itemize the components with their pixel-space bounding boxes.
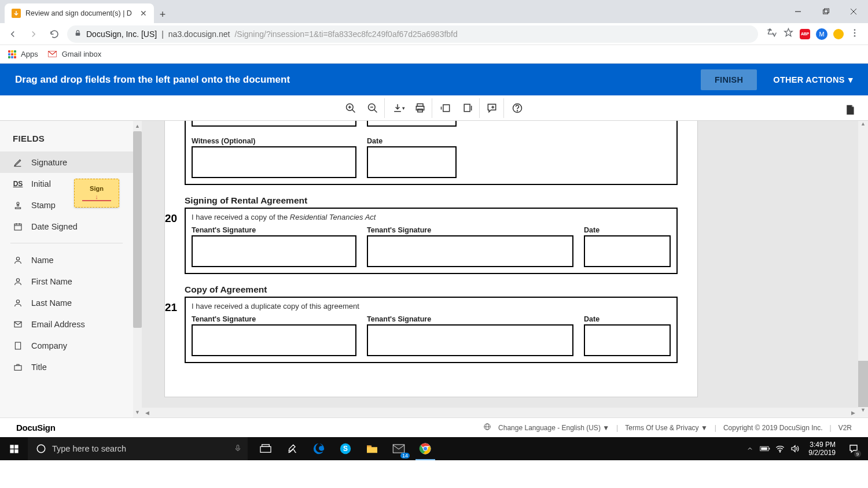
finish-button[interactable]: FINISH	[701, 69, 757, 90]
tenant-sig-box[interactable]	[367, 324, 573, 356]
date-label: Date	[584, 226, 671, 234]
field-date-signed[interactable]: Date Signed	[0, 216, 133, 237]
help-button[interactable]	[506, 98, 528, 118]
back-button[interactable]	[5, 26, 21, 42]
svg-point-32	[16, 278, 19, 281]
translate-icon[interactable]	[766, 27, 777, 40]
reload-button[interactable]	[46, 26, 62, 42]
scroll-left-icon[interactable]: ◀	[142, 410, 152, 416]
comment-button[interactable]	[482, 98, 504, 118]
field-label: Stamp	[31, 201, 56, 210]
calendar-icon	[13, 221, 23, 232]
url-host: na3.docusign.net	[168, 29, 230, 39]
download-button[interactable]: ▾	[387, 98, 409, 118]
close-tab-icon[interactable]: ✕	[140, 9, 147, 18]
action-center-icon[interactable]: 9	[843, 437, 865, 460]
person-icon	[13, 255, 23, 265]
abp-extension-icon[interactable]: ABP	[800, 29, 810, 39]
forward-button[interactable]	[25, 26, 42, 42]
ink-workspace-icon[interactable]	[279, 437, 306, 460]
scroll-up-icon[interactable]: ▲	[858, 121, 868, 131]
field-last-name[interactable]: Last Name	[0, 292, 133, 313]
field-company[interactable]: Company	[0, 335, 133, 356]
tenant-sig-box[interactable]	[192, 324, 356, 356]
field-email[interactable]: Email Address	[0, 313, 133, 335]
scroll-right-icon[interactable]: ▶	[848, 410, 858, 416]
tenant-sig-box[interactable]	[367, 235, 573, 267]
field-name[interactable]: Name	[0, 249, 133, 271]
left-scrollbar[interactable]: ▲ ▼	[133, 121, 142, 417]
taskbar-search[interactable]: Type here to search	[28, 437, 248, 460]
chrome-icon[interactable]	[412, 437, 439, 460]
scroll-thumb[interactable]	[133, 131, 142, 328]
date-box[interactable]	[367, 146, 457, 178]
fit-page-button[interactable]	[458, 98, 480, 118]
field-first-name[interactable]: First Name	[0, 271, 133, 292]
chrome-menu-icon[interactable]	[849, 28, 860, 40]
file-explorer-icon[interactable]	[359, 437, 385, 460]
extension-icon[interactable]	[833, 29, 844, 39]
person-icon	[13, 298, 23, 308]
date-box[interactable]	[584, 235, 671, 267]
svg-rect-20	[464, 104, 470, 112]
docusign-main-area: FIELDS Signature DSInitial Stamp Date Si…	[0, 121, 868, 417]
task-view-icon[interactable]	[252, 437, 279, 460]
section-21-title: Copy of Agreement	[185, 284, 678, 295]
battery-icon[interactable]	[759, 437, 771, 460]
tab-title: Review and sign document(s) | D	[25, 9, 132, 17]
document-canvas[interactable]: Witness (Optional) Date Signing of Renta…	[142, 121, 858, 417]
svg-rect-1	[823, 10, 828, 14]
profile-avatar[interactable]: M	[816, 28, 827, 40]
divider	[10, 243, 123, 243]
globe-icon	[483, 423, 491, 432]
stamp-icon	[13, 200, 23, 210]
scroll-up-icon[interactable]: ▲	[133, 121, 142, 131]
star-icon[interactable]	[783, 27, 794, 40]
zoom-out-button[interactable]	[363, 98, 385, 118]
browser-tab[interactable]: Review and sign document(s) | D ✕	[5, 3, 154, 23]
field-title[interactable]: Title	[0, 356, 133, 378]
browser-tabbar: Review and sign document(s) | D ✕ +	[0, 0, 868, 23]
horizontal-scrollbar[interactable]: ◀ ▶	[142, 408, 858, 417]
bookmark-apps[interactable]: Apps	[8, 50, 38, 58]
start-button[interactable]	[0, 437, 28, 460]
edge-icon[interactable]	[306, 437, 332, 460]
new-tab-button[interactable]: +	[154, 6, 171, 23]
bookmark-gmail[interactable]: Gmail inbox	[47, 50, 102, 58]
minimize-button[interactable]	[785, 0, 811, 23]
terms-link[interactable]: Terms Of Use & Privacy ▼	[625, 424, 708, 432]
print-button[interactable]	[410, 98, 432, 118]
omnibox[interactable]: DocuSign, Inc. [US] | na3.docusign.net/S…	[67, 25, 758, 43]
documents-panel-toggle[interactable]	[839, 100, 861, 120]
scroll-down-icon[interactable]: ▼	[133, 407, 142, 417]
close-window-button[interactable]	[840, 0, 867, 23]
tenant-sig-box[interactable]	[192, 235, 356, 267]
svg-rect-18	[417, 109, 422, 112]
tray-chevron-icon[interactable]	[744, 437, 756, 460]
sign-here-tag[interactable]: Sign ↓	[74, 179, 119, 208]
taskbar-clock[interactable]: 3:49 PM 9/2/2019	[804, 441, 840, 457]
fit-width-button[interactable]	[435, 98, 457, 118]
field-signature[interactable]: Signature	[0, 151, 133, 173]
scroll-thumb[interactable]	[858, 361, 868, 407]
wifi-icon[interactable]	[774, 437, 786, 460]
other-actions-label: OTHER ACTIONS	[773, 75, 844, 84]
mic-icon[interactable]	[234, 443, 242, 455]
person-icon	[13, 276, 23, 287]
svg-rect-45	[14, 445, 18, 448]
maximize-button[interactable]	[812, 0, 839, 23]
witness-box[interactable]	[192, 146, 356, 178]
other-actions-dropdown[interactable]: OTHER ACTIONS ▾	[773, 75, 853, 84]
svg-rect-61	[769, 448, 770, 450]
skype-icon[interactable]: S	[332, 437, 359, 460]
right-scrollbar[interactable]: ▲ ▼	[858, 121, 868, 417]
svg-point-7	[854, 32, 856, 34]
mail-icon[interactable]: 14	[385, 437, 412, 460]
change-language-link[interactable]: Change Language - English (US) ▼	[498, 424, 609, 432]
date-box[interactable]	[584, 324, 671, 356]
zoom-in-button[interactable]	[340, 98, 362, 118]
volume-icon[interactable]	[789, 437, 801, 460]
svg-rect-2	[825, 9, 829, 13]
scroll-down-icon[interactable]: ▼	[858, 407, 868, 417]
svg-point-26	[17, 202, 19, 204]
